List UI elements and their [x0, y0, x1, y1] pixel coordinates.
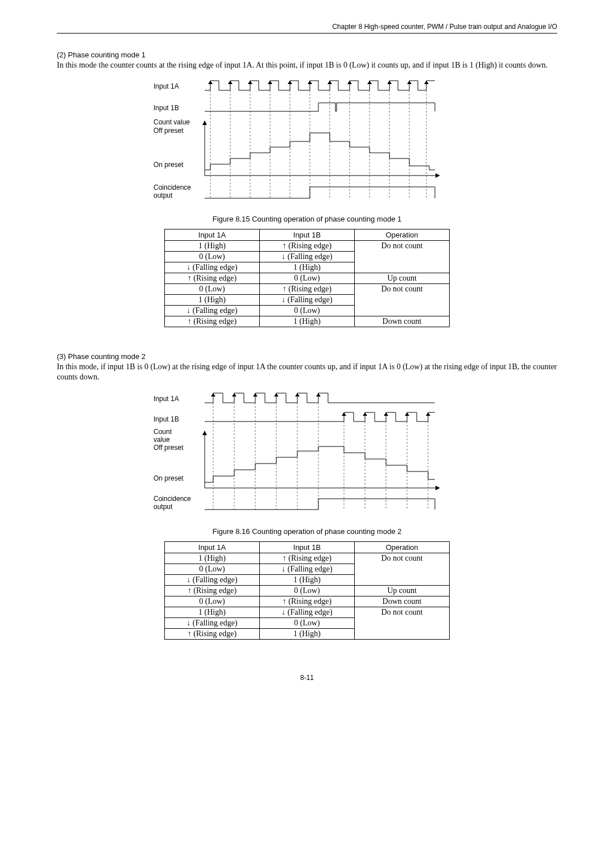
table-row: 0 (Low)↑ (Rising edge)Down count	[165, 596, 450, 607]
page-header: Chapter 8 High-speed counter, PWM / Puls…	[57, 23, 557, 34]
svg-marker-47	[295, 393, 300, 397]
figure-8-15-caption: Figure 8.15 Counting operation of phase …	[57, 215, 557, 223]
th-operation: Operation	[355, 541, 450, 553]
svg-marker-25	[387, 81, 392, 84]
svg-marker-43	[211, 393, 215, 397]
label-count: Count	[154, 428, 172, 436]
page-number: 8-11	[57, 674, 557, 682]
label-off-preset: Off preset	[154, 127, 184, 135]
label-coincidence: Coincidence	[154, 495, 191, 503]
svg-marker-26	[407, 81, 412, 84]
table-row: ↑ (Rising edge)0 (Low)Up count	[165, 273, 450, 284]
table-row: 1 (High)↓ (Falling edge)	[165, 295, 450, 306]
svg-marker-48	[316, 393, 321, 397]
table-row: 0 (Low)↓ (Falling edge)	[165, 564, 450, 574]
figure-8-15-diagram: Input 1A Input 1B Count value Off preset…	[57, 76, 557, 207]
figure-8-16-caption: Figure 8.16 Counting operation of phase …	[57, 527, 557, 536]
th-input-1a: Input 1A	[165, 229, 260, 241]
table-row: ↑ (Rising edge)1 (High)Down count	[165, 316, 450, 327]
table-header: Input 1A Input 1B Operation	[165, 541, 450, 553]
svg-marker-49	[342, 412, 346, 416]
svg-marker-27	[424, 81, 429, 84]
section3-body: In this mode, if input 1B is 0 (Low) at …	[57, 362, 557, 382]
svg-marker-17	[228, 81, 233, 84]
svg-marker-21	[308, 81, 312, 84]
section3-title: (3) Phase counting mode 2	[57, 352, 557, 361]
table-row: 0 (Low)↑ (Rising edge)Do not count	[165, 284, 450, 295]
svg-marker-16	[208, 81, 213, 84]
label-coincidence: Coincidence	[154, 183, 191, 191]
svg-marker-19	[268, 81, 272, 84]
table-mode2: Input 1A Input 1B Operation 1 (High)↑ (R…	[164, 541, 450, 640]
section2-title: (2) Phase counting mode 1	[57, 51, 557, 59]
svg-marker-45	[253, 393, 258, 397]
th-input-1b: Input 1B	[260, 541, 355, 553]
label-output: output	[154, 503, 173, 511]
label-output: output	[154, 191, 173, 199]
table-row: ↓ (Falling edge)1 (High)	[165, 262, 450, 273]
table-mode1: Input 1A Input 1B Operation 1 (High)↑ (R…	[164, 229, 450, 327]
svg-marker-22	[327, 81, 332, 84]
table-row: ↓ (Falling edge)1 (High)	[165, 574, 450, 585]
table-row: 1 (High)↓ (Falling edge)Do not count	[165, 607, 450, 617]
th-operation: Operation	[355, 229, 450, 241]
label-input-1a: Input 1A	[154, 82, 179, 90]
label-input-1a: Input 1A	[154, 395, 179, 403]
label-input-1b: Input 1B	[154, 104, 179, 112]
svg-marker-24	[367, 81, 372, 84]
table-row: 1 (High)↑ (Rising edge)Do not count	[165, 241, 450, 252]
label-count-value: Count value	[154, 118, 190, 126]
svg-marker-23	[347, 81, 352, 84]
table-row: ↑ (Rising edge)0 (Low)Up count	[165, 585, 450, 596]
svg-marker-44	[232, 393, 237, 397]
table-header: Input 1A Input 1B Operation	[165, 229, 450, 241]
svg-marker-53	[426, 412, 430, 416]
svg-marker-29	[202, 431, 207, 435]
label-input-1b: Input 1B	[154, 415, 179, 423]
th-input-1b: Input 1B	[260, 229, 355, 241]
label-on-preset: On preset	[154, 161, 184, 169]
table-row: ↓ (Falling edge)0 (Low)	[165, 306, 450, 316]
table-row: 1 (High)↑ (Rising edge)Do not count	[165, 553, 450, 564]
svg-marker-51	[384, 412, 388, 416]
svg-marker-1	[202, 120, 207, 125]
section2-body: In this mode the counter counts at the r…	[57, 60, 557, 70]
label-on-preset: On preset	[154, 474, 184, 482]
svg-marker-50	[363, 412, 367, 416]
svg-marker-52	[405, 412, 409, 416]
figure-8-16-diagram: Input 1A Input 1B Count value Off preset…	[57, 389, 557, 519]
svg-marker-3	[435, 173, 440, 178]
th-input-1a: Input 1A	[165, 541, 260, 553]
svg-marker-20	[288, 81, 292, 84]
svg-marker-18	[248, 81, 252, 84]
table-row: ↓ (Falling edge)0 (Low)	[165, 617, 450, 628]
table-row: ↑ (Rising edge)1 (High)	[165, 628, 450, 639]
label-value: value	[154, 436, 170, 444]
label-off-preset: Off preset	[154, 444, 184, 452]
svg-marker-31	[435, 486, 440, 490]
svg-marker-46	[274, 393, 279, 397]
table-row: 0 (Low)↓ (Falling edge)	[165, 252, 450, 262]
